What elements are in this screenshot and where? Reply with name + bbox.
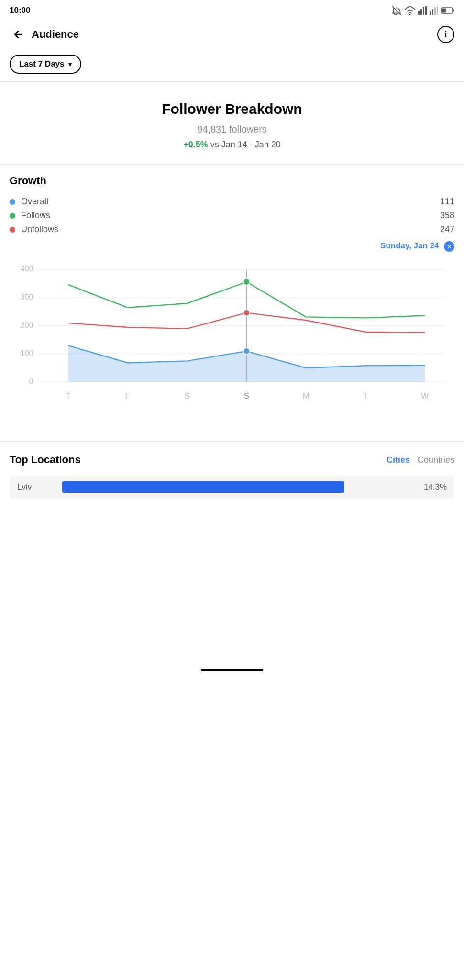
follower-count: 94,831 followers <box>10 124 454 135</box>
overall-dot <box>10 199 15 205</box>
svg-rect-7 <box>434 7 436 15</box>
overall-value: 111 <box>440 197 454 207</box>
tab-countries[interactable]: Countries <box>418 455 454 465</box>
top-locations-section: Top Locations Cities Countries Lviv 14.3… <box>0 442 464 499</box>
svg-text:T: T <box>363 391 368 401</box>
svg-text:T: T <box>66 391 70 401</box>
legend-overall: Overall 111 <box>10 195 454 209</box>
svg-rect-1 <box>418 11 420 15</box>
bottom-handle <box>0 661 464 675</box>
overall-label: Overall <box>21 197 48 207</box>
follows-label: Follows <box>21 211 50 221</box>
breakdown-title: Follower Breakdown <box>10 101 454 117</box>
svg-text:400: 400 <box>21 265 33 273</box>
svg-rect-2 <box>420 9 422 15</box>
svg-text:M: M <box>303 391 309 401</box>
follower-breakdown-section: Follower Breakdown 94,831 followers +0.5… <box>0 82 464 164</box>
status-time: 10:00 <box>10 6 30 15</box>
svg-text:100: 100 <box>21 349 33 357</box>
svg-text:S: S <box>244 391 249 401</box>
svg-text:W: W <box>421 391 429 401</box>
svg-rect-8 <box>437 6 438 15</box>
unfollows-label: Unfollows <box>21 224 58 234</box>
svg-text:200: 200 <box>21 321 33 329</box>
legend-unfollows: Unfollows 247 <box>10 223 454 236</box>
status-icons <box>391 5 454 16</box>
wifi-icon <box>405 6 415 15</box>
location-bar <box>62 481 344 493</box>
info-button[interactable]: i <box>437 26 454 43</box>
back-arrow-icon <box>12 29 24 40</box>
svg-point-0 <box>409 14 411 15</box>
growth-title: Growth <box>10 175 454 187</box>
svg-point-29 <box>243 310 250 316</box>
svg-rect-4 <box>425 6 427 15</box>
location-percentage: 14.3% <box>422 482 447 492</box>
location-row: Lviv 14.3% <box>10 476 454 499</box>
growth-section: Growth Overall 111 Follows 358 Unfollows… <box>0 165 464 434</box>
chart-container: 400 300 200 100 0 T <box>10 256 454 429</box>
battery-icon <box>441 7 454 14</box>
svg-point-27 <box>243 348 250 355</box>
unfollows-value: 247 <box>440 224 454 234</box>
chevron-down-icon: ▾ <box>68 61 72 68</box>
legend-follows: Follows 358 <box>10 209 454 223</box>
filter-label: Last 7 Days <box>19 59 65 69</box>
svg-text:300: 300 <box>21 293 33 301</box>
tab-cities[interactable]: Cities <box>387 455 410 465</box>
svg-rect-5 <box>430 11 431 15</box>
locations-tabs: Cities Countries <box>387 455 454 465</box>
bell-mute-icon <box>391 5 402 16</box>
signal-full-icon <box>418 6 427 15</box>
svg-rect-3 <box>423 7 424 15</box>
close-date-button[interactable]: ✕ <box>444 241 454 252</box>
back-button[interactable] <box>10 26 27 43</box>
signal-partial-icon <box>430 6 438 15</box>
follower-change: +0.5% vs Jan 14 - Jan 20 <box>10 140 454 150</box>
page-title: Audience <box>32 28 437 41</box>
svg-text:S: S <box>185 391 190 401</box>
change-positive: +0.5% <box>183 140 208 149</box>
status-bar: 10:00 <box>0 0 464 21</box>
chart-legend: Overall 111 Follows 358 Unfollows 247 <box>10 195 454 236</box>
svg-rect-10 <box>453 9 454 12</box>
svg-text:F: F <box>125 391 130 401</box>
date-filter-button[interactable]: Last 7 Days ▾ <box>10 55 81 74</box>
follows-value: 358 <box>440 211 454 221</box>
location-name: Lviv <box>17 482 55 492</box>
unfollows-dot <box>10 227 15 233</box>
selected-date-label: Sunday, Jan 24 <box>380 241 439 250</box>
locations-title: Top Locations <box>10 454 81 466</box>
handle-bar <box>201 669 263 671</box>
svg-text:0: 0 <box>29 377 33 385</box>
locations-header: Top Locations Cities Countries <box>10 454 454 466</box>
filter-section: Last 7 Days ▾ <box>0 50 464 81</box>
header: Audience i <box>0 21 464 50</box>
growth-chart: 400 300 200 100 0 T <box>14 260 450 429</box>
location-bar-container <box>62 481 415 493</box>
svg-point-28 <box>243 278 250 285</box>
selected-date-row: Sunday, Jan 24 ✕ <box>10 241 454 252</box>
info-icon: i <box>445 30 447 39</box>
follows-dot <box>10 213 15 219</box>
svg-rect-6 <box>432 9 433 15</box>
change-text: vs Jan 14 - Jan 20 <box>208 140 281 149</box>
